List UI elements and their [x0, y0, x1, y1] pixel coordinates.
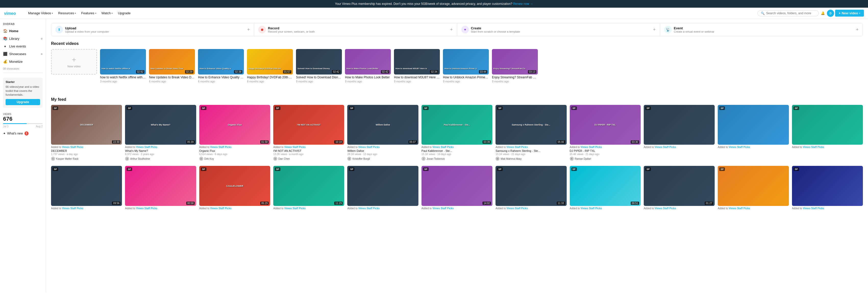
feed-card[interactable]: Organic Flux SP 01:58 Added to Vimeo Sta… [199, 105, 270, 161]
feed-card[interactable]: Paul Kalkbrenner - Ste... SP 03:39 Added… [422, 105, 492, 161]
recent-video-card[interactable]: Happy Birthday! DVDFab 20th An 01:57 Hap… [247, 49, 293, 89]
video-action-more[interactable]: ⋯ [459, 85, 463, 89]
video-action-more[interactable]: ⋯ [116, 85, 120, 89]
add-showcase-icon[interactable]: ⊕ [40, 53, 42, 55]
video-action-copy[interactable]: ⬜ [296, 85, 301, 89]
search-input[interactable] [766, 11, 815, 15]
video-action-copy[interactable]: ⬜ [394, 85, 399, 89]
sidebar-item-home[interactable]: 🏠 Home [0, 27, 46, 35]
recent-video-card[interactable]: New Updates to Break Video Dow 02:29 New… [149, 49, 195, 89]
add-library-icon[interactable]: ⊕ [40, 37, 42, 40]
quick-action-upload[interactable]: ⬆ Upload Upload a video from your comput… [51, 23, 254, 36]
new-video-button[interactable]: + New video ▾ [835, 10, 864, 17]
video-action-link[interactable]: 🔗 [111, 85, 115, 89]
video-action-copy[interactable]: ⬜ [492, 85, 497, 89]
recent-video-card[interactable]: Solved! How to Download Disney 02:42 Sol… [296, 49, 342, 89]
video-action-copy[interactable]: ⬜ [149, 85, 154, 89]
feed-author: M Mak Mahmut Akay [495, 157, 566, 161]
video-action-copy[interactable]: ⬜ [247, 85, 252, 89]
feed-card[interactable]: SP 11:33 Added to Vimeo Staff Picks [495, 166, 566, 210]
feed-card[interactable]: SP 09:56 Added to Vimeo Staff Picks [51, 166, 122, 210]
video-action-copy[interactable]: ⬜ [345, 85, 350, 89]
nav-manage-videos[interactable]: Manage Videos ▾ [26, 10, 55, 16]
video-action-share[interactable]: ↗ [498, 85, 501, 89]
feed-card[interactable]: SP Added to Vimeo Staff Picks [718, 105, 789, 161]
video-action-copy[interactable]: ⬜ [443, 85, 448, 89]
recent-video-card[interactable]: Enjoy Streaming? StreamFab Co. 03:13 Enj… [492, 49, 538, 89]
recent-video-grid: + New video how to watch Netflix offline… [51, 49, 863, 91]
video-action-share[interactable]: ↗ [155, 85, 158, 89]
sidebar-item-showcases[interactable]: ⬛ Showcases ⊕ [0, 50, 46, 58]
event-add-icon[interactable]: + [856, 27, 859, 32]
video-action-more[interactable]: ⋯ [312, 85, 316, 89]
video-action-more[interactable]: ⋯ [165, 85, 169, 89]
vimeo-logo[interactable]: vimeo [4, 11, 22, 16]
video-action-link[interactable]: 🔗 [209, 85, 213, 89]
video-action-link[interactable]: 🔗 [257, 85, 262, 89]
quick-actions-bar: ⬆ Upload Upload a video from your comput… [51, 23, 863, 36]
recent-video-card[interactable]: How to Make Photos Look Better 02:42 How… [345, 49, 391, 89]
whats-new-item[interactable]: ✦ What's new 1 [0, 130, 46, 137]
video-action-share[interactable]: ↗ [253, 85, 256, 89]
feed-card[interactable]: SP 11:29 Added to Vimeo Staff Picks [273, 166, 344, 210]
recent-video-card[interactable]: + New video [51, 49, 97, 89]
sidebar-item-live-events[interactable]: ● Live events [0, 42, 46, 50]
nav-watch[interactable]: Watch ▾ [99, 10, 115, 16]
search-bar[interactable]: 🔍 [757, 10, 819, 16]
feed-card[interactable]: CAULIFLOWER SP 05:29 Added to Vimeo Staf… [199, 166, 270, 210]
avatar[interactable]: D [827, 10, 834, 17]
video-action-link[interactable]: 🔗 [454, 85, 458, 89]
video-action-link[interactable]: 🔗 [502, 85, 507, 89]
nav-resources[interactable]: Resources ▾ [56, 10, 78, 16]
feed-card[interactable]: SP 00:51 Added to Vimeo Staff Picks [570, 166, 641, 210]
feed-card[interactable]: Samsung x Raheem Sterling - Ste... SP 05… [495, 105, 566, 161]
feed-card[interactable]: Willem Dafoe SP 05:07 Added to Vimeo Sta… [347, 105, 418, 161]
feed-card[interactable]: SP Added to Vimeo Staff Picks [792, 105, 863, 161]
feed-card[interactable]: I'M NOT AN ACTIVIST SP 10:18 Added to Vi… [273, 105, 344, 161]
video-action-link[interactable]: 🔗 [159, 85, 164, 89]
video-action-link[interactable]: 🔗 [355, 85, 360, 89]
video-action-share[interactable]: ↗ [400, 85, 403, 89]
create-add-icon[interactable]: + [653, 27, 656, 32]
feed-card[interactable]: What's My Name? SP 05:39 Added to Vimeo … [125, 105, 196, 161]
record-add-icon[interactable]: + [450, 27, 453, 32]
video-action-more[interactable]: ⋯ [214, 85, 218, 89]
feed-card[interactable]: DJ PIPER - RIP TXL SP 03:30 Added to Vim… [570, 105, 641, 161]
feed-card[interactable]: SP Added to Vimeo Staff Picks [347, 166, 418, 210]
feed-card[interactable]: DECEMBER SP 22:30 Added to Vimeo Staff P… [51, 105, 122, 161]
upgrade-button[interactable]: Upgrade [6, 99, 40, 105]
video-action-share[interactable]: ↗ [204, 85, 208, 89]
video-action-copy[interactable]: ⬜ [198, 85, 203, 89]
video-action-link[interactable]: 🔗 [306, 85, 311, 89]
video-action-more[interactable]: ⋯ [361, 85, 365, 89]
feed-card[interactable]: SP 14:02 Added to Vimeo Staff Picks [422, 166, 492, 210]
video-action-share[interactable]: ↗ [351, 85, 354, 89]
video-action-share[interactable]: ↗ [106, 85, 110, 89]
nav-upgrade[interactable]: Upgrade [116, 10, 133, 16]
video-action-share[interactable]: ↗ [449, 85, 453, 89]
quick-action-record[interactable]: ⏺ Record Record your screen, webcam, or … [254, 23, 457, 36]
feed-card[interactable]: SP Added to Vimeo Staff Picks [792, 166, 863, 210]
video-action-link[interactable]: 🔗 [404, 85, 409, 89]
upload-add-icon[interactable]: + [247, 27, 250, 32]
quick-action-event[interactable]: 📡 Event Create a virtual event or webina… [660, 23, 863, 36]
notifications-icon[interactable]: 🔔 [820, 10, 826, 16]
video-action-more[interactable]: ⋯ [508, 85, 512, 89]
video-action-copy[interactable]: ⬜ [100, 85, 105, 89]
feed-card[interactable]: SP 00:58 Added to Vimeo Staff Picks [125, 166, 196, 210]
video-action-more[interactable]: ⋯ [410, 85, 414, 89]
recent-video-card[interactable]: how to watch Netflix offline w 02:92 how… [100, 49, 146, 89]
sidebar-item-library[interactable]: 📚 Library ⊕ [0, 35, 46, 42]
nav-features[interactable]: Features ▾ [79, 10, 98, 16]
sidebar-item-monetize[interactable]: 💰 Monetize [0, 58, 46, 65]
video-action-share[interactable]: ↗ [302, 85, 305, 89]
quick-action-create[interactable]: ✦ Create Start from scratch or choose a … [457, 23, 660, 36]
recent-video-card[interactable]: How to Unblock Amazon Prime Li 03:44 How… [443, 49, 489, 89]
video-action-more[interactable]: ⋯ [263, 85, 268, 89]
recent-video-card[interactable]: How to Enhance Video Quality a 02:38 How… [198, 49, 244, 89]
renew-link[interactable]: Renew now → [513, 2, 533, 6]
feed-card[interactable]: SP 01:27 Added to Vimeo Staff Picks [644, 166, 715, 210]
feed-card[interactable]: SP Added to Vimeo Staff Picks [644, 105, 715, 161]
recent-video-card[interactable]: How to download M3U8? Here is 02:34 How … [394, 49, 440, 89]
feed-card[interactable]: SP Added to Vimeo Staff Picks [718, 166, 789, 210]
